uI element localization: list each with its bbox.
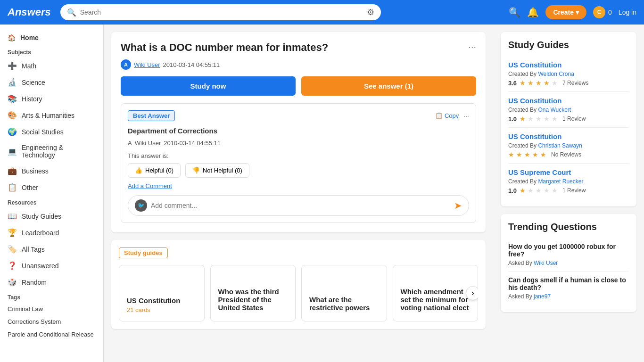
- engineering-icon: 💻: [8, 147, 17, 156]
- tq-asker-1: Asked By jane97: [508, 293, 629, 300]
- sg-next-button[interactable]: ›: [466, 286, 478, 300]
- sidebar-math-label: Math: [22, 62, 36, 70]
- sidebar-item-home[interactable]: 🏠 Home: [0, 30, 103, 45]
- sidebar-random-label: Random: [22, 279, 47, 286]
- copy-icon: 📋: [435, 112, 443, 119]
- sg-entry-title-3[interactable]: US Supreme Court: [508, 168, 629, 176]
- study-guides-panel: Study Guides US Constitution Created By …: [501, 32, 636, 206]
- sg-creator-link-3[interactable]: Margaret Ruecker: [538, 178, 583, 185]
- question-timestamp: 2010-03-14 04:55:11: [163, 61, 220, 68]
- study-now-button[interactable]: Study now: [121, 76, 296, 96]
- sidebar-item-engineering[interactable]: 💻 Engineering & Technology: [0, 140, 103, 163]
- coin-count: 0: [608, 8, 612, 16]
- question-avatar: A: [121, 59, 131, 70]
- science-icon: 🔬: [8, 78, 17, 87]
- tag-parole[interactable]: Parole and Conditional Release: [0, 328, 103, 341]
- helpful-section: This answer is: 👍 Helpful (0) 👎 Not Help…: [128, 152, 469, 178]
- more-options-button[interactable]: ···: [468, 41, 476, 52]
- sg-entry-title-2[interactable]: US Constitution: [508, 132, 629, 140]
- sidebar-item-social-studies[interactable]: 🌍 Social Studies: [0, 123, 103, 140]
- sidebar-leaderboard-label: Leaderboard: [22, 229, 59, 237]
- comment-input[interactable]: [151, 202, 450, 209]
- tq-entry-1: Can dogs smell if a human is close to hi…: [508, 272, 629, 304]
- star: ★: [544, 115, 550, 123]
- star: ★: [528, 79, 534, 87]
- sg-rating-3: 1.0 ★ ★ ★ ★ ★ 1 Review: [508, 187, 629, 194]
- sg-creator-link-0[interactable]: Weldon Crona: [538, 71, 574, 77]
- sg-card-1[interactable]: Who was the third President of the Unite…: [210, 265, 296, 321]
- star: ★: [552, 187, 558, 194]
- sidebar-item-unanswered[interactable]: ❓ Unanswered: [0, 257, 103, 274]
- create-button[interactable]: Create ▾: [545, 5, 586, 19]
- see-answer-button[interactable]: See answer (1): [301, 76, 476, 96]
- site-logo: Answers: [8, 6, 51, 18]
- sg-card-2[interactable]: What are the restrictive powers: [301, 265, 387, 321]
- star: ★: [544, 79, 550, 87]
- sidebar-item-study-guides[interactable]: 📖 Study Guides: [0, 208, 103, 224]
- leaderboard-icon: 🏆: [8, 228, 17, 237]
- search-input[interactable]: [80, 8, 363, 16]
- study-guides-cards-row: US Constitution 21 cards Who was the thi…: [119, 265, 478, 321]
- sidebar-item-other[interactable]: 📋 Other: [0, 179, 103, 196]
- coin-badge: C: [593, 6, 605, 18]
- star: ★: [508, 151, 514, 158]
- star: ★: [520, 115, 526, 123]
- add-comment-link[interactable]: Add a Comment: [128, 182, 469, 189]
- helpful-button[interactable]: 👍 Helpful (0): [128, 163, 181, 178]
- sg-card-title-0: US Constitution: [127, 296, 197, 304]
- copy-button[interactable]: 📋 Copy: [435, 112, 459, 119]
- sg-card-3[interactable]: Which amendment set the minimum for voti…: [393, 265, 479, 321]
- tq-question-0[interactable]: How do you get 1000000 robux for free?: [508, 243, 629, 258]
- sidebar-item-business[interactable]: 💼 Business: [0, 163, 103, 179]
- sidebar-item-leaderboard[interactable]: 🏆 Leaderboard: [0, 224, 103, 241]
- sidebar-item-science[interactable]: 🔬 Science: [0, 74, 103, 90]
- sidebar-study-guides-label: Study Guides: [22, 213, 61, 220]
- notification-icon[interactable]: 🔔: [527, 7, 539, 18]
- sg-card-0[interactable]: US Constitution 21 cards: [119, 265, 205, 321]
- star: ★: [532, 151, 538, 158]
- tq-question-1[interactable]: Can dogs smell if a human is close to hi…: [508, 276, 629, 291]
- question-title: What is a DOC number mean for inmates?: [121, 41, 468, 54]
- study-guides-section-label: Study guides: [119, 247, 168, 258]
- sg-entry-title-1[interactable]: US Constitution: [508, 97, 629, 105]
- sidebar-item-arts-humanities[interactable]: 🎨 Arts & Humanities: [0, 107, 103, 123]
- sg-rating-0: 3.6 ★ ★ ★ ★ ★ 7 Reviews: [508, 79, 629, 87]
- study-guides-card: Study guides US Constitution 21 cards Wh…: [111, 240, 486, 329]
- send-comment-button[interactable]: ➤: [454, 200, 462, 211]
- sidebar-item-random[interactable]: 🎲 Random: [0, 274, 103, 290]
- sg-creator-link-2[interactable]: Christian Sawayn: [538, 142, 582, 149]
- thumbs-up-icon: 👍: [135, 167, 142, 174]
- star: ★: [520, 187, 526, 194]
- search-bar[interactable]: 🔍 ⚙: [60, 4, 381, 20]
- sg-rating-1: 1.0 ★ ★ ★ ★ ★ 1 Review: [508, 115, 629, 123]
- search-header-icon[interactable]: 🔍: [509, 7, 520, 18]
- sg-creator-link-1[interactable]: Ona Wuckert: [538, 107, 571, 113]
- sg-entry-2: US Constitution Created By Christian Saw…: [508, 128, 629, 164]
- sidebar-item-all-tags[interactable]: 🏷️ All Tags: [0, 241, 103, 257]
- sg-review-count-1: 1 Review: [562, 115, 586, 122]
- answer-username[interactable]: Wiki User: [135, 140, 161, 147]
- star: ★: [528, 115, 534, 123]
- question-card: What is a DOC number mean for inmates? ·…: [111, 32, 486, 232]
- tag-criminal-law[interactable]: Criminal Law: [0, 303, 103, 315]
- sidebar-item-history[interactable]: 📚 History: [0, 90, 103, 107]
- sidebar-item-math[interactable]: ➕ Math: [0, 58, 103, 74]
- sg-entry-title-0[interactable]: US Constitution: [508, 61, 629, 69]
- sg-entry-3: US Supreme Court Created By Margaret Rue…: [508, 164, 629, 199]
- sg-stars-0: ★ ★ ★ ★ ★: [520, 79, 558, 87]
- tq-asker-link-0[interactable]: Wiki User: [534, 260, 558, 266]
- resources-label: Resources: [0, 196, 103, 208]
- sidebar-business-label: Business: [22, 167, 49, 175]
- trending-questions-title: Trending Questions: [508, 222, 629, 232]
- social-studies-icon: 🌍: [8, 127, 17, 136]
- answer-more-options[interactable]: ···: [463, 112, 469, 120]
- tq-asker-link-1[interactable]: jane97: [534, 293, 551, 300]
- login-button[interactable]: Log in: [619, 8, 636, 16]
- answer-timestamp: 2010-03-14 04:55:11: [164, 140, 221, 147]
- question-username[interactable]: Wiki User: [134, 61, 160, 68]
- header-right: 🔍 🔔 Create ▾ C 0 Log in: [509, 5, 636, 19]
- not-helpful-button[interactable]: 👎 Not Helpful (0): [185, 163, 249, 178]
- filter-icon[interactable]: ⚙: [367, 7, 374, 17]
- tag-corrections-system[interactable]: Corrections System: [0, 315, 103, 328]
- star: ★: [524, 151, 530, 158]
